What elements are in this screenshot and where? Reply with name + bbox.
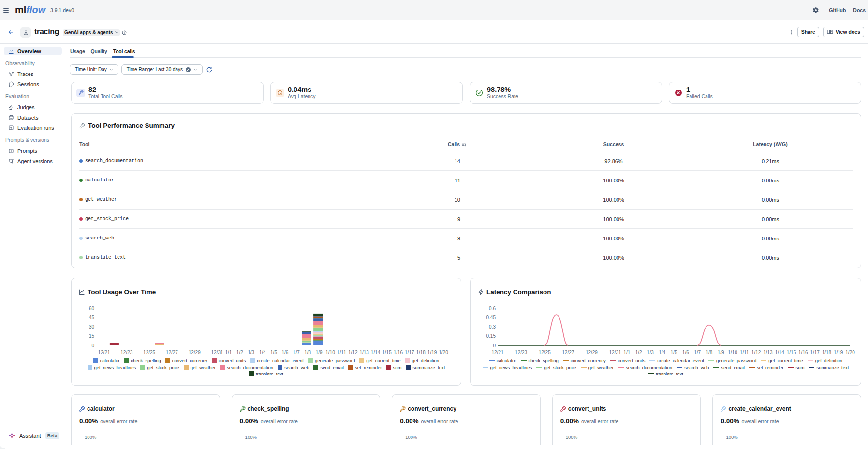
svg-text:1/8: 1/8 [706, 350, 712, 355]
svg-text:12/31: 12/31 [609, 350, 621, 355]
svg-text:1/17: 1/17 [810, 350, 820, 355]
svg-text:1/5: 1/5 [671, 350, 677, 355]
svg-text:1/1: 1/1 [623, 350, 630, 355]
svg-text:1/18: 1/18 [416, 350, 426, 355]
svg-text:1/6: 1/6 [682, 350, 689, 355]
svg-text:12/27: 12/27 [562, 350, 574, 355]
svg-text:12/25: 12/25 [143, 350, 155, 355]
svg-text:1/19: 1/19 [427, 350, 437, 355]
svg-text:1/11: 1/11 [740, 350, 749, 355]
svg-text:1/17: 1/17 [405, 350, 414, 355]
svg-text:15: 15 [89, 333, 95, 339]
svg-text:12/23: 12/23 [515, 350, 527, 355]
svg-text:1/7: 1/7 [694, 350, 701, 355]
svg-text:1/16: 1/16 [394, 350, 403, 355]
svg-text:1/15: 1/15 [382, 350, 392, 355]
svg-text:1/3: 1/3 [248, 350, 254, 355]
svg-text:1/14: 1/14 [371, 350, 381, 355]
svg-text:0.6: 0.6 [489, 306, 496, 311]
svg-text:0: 0 [493, 343, 496, 348]
svg-text:1/1: 1/1 [225, 350, 232, 355]
svg-text:1/20: 1/20 [845, 350, 855, 355]
svg-text:1/5: 1/5 [270, 350, 277, 355]
svg-text:1/19: 1/19 [834, 350, 843, 355]
svg-text:1/11: 1/11 [337, 350, 346, 355]
svg-text:1/12: 1/12 [751, 350, 761, 355]
svg-text:1/9: 1/9 [316, 350, 323, 355]
svg-text:60: 60 [89, 306, 95, 311]
svg-text:1/3: 1/3 [647, 350, 654, 355]
svg-text:1/2: 1/2 [635, 350, 642, 355]
svg-text:1/14: 1/14 [775, 350, 784, 355]
svg-text:1/13: 1/13 [359, 350, 369, 355]
svg-text:12/27: 12/27 [166, 350, 178, 355]
svg-text:12/21: 12/21 [491, 350, 503, 355]
svg-text:12/31: 12/31 [211, 350, 223, 355]
svg-text:12/21: 12/21 [98, 350, 110, 355]
svg-text:1/16: 1/16 [798, 350, 808, 355]
svg-text:12/29: 12/29 [586, 350, 598, 355]
svg-text:12/25: 12/25 [539, 350, 551, 355]
svg-text:1/7: 1/7 [293, 350, 300, 355]
svg-text:1/4: 1/4 [259, 350, 266, 355]
svg-text:1/18: 1/18 [822, 350, 832, 355]
svg-text:0.15: 0.15 [486, 333, 496, 339]
svg-text:1/9: 1/9 [718, 350, 724, 355]
svg-text:1/8: 1/8 [304, 350, 311, 355]
svg-text:30: 30 [89, 324, 95, 329]
svg-text:1/6: 1/6 [281, 350, 288, 355]
svg-text:1/10: 1/10 [325, 350, 335, 355]
svg-text:1/2: 1/2 [236, 350, 243, 355]
svg-text:1/20: 1/20 [439, 350, 448, 355]
svg-text:1/10: 1/10 [728, 350, 737, 355]
svg-text:12/23: 12/23 [120, 350, 132, 355]
svg-text:1/12: 1/12 [348, 350, 358, 355]
svg-text:0.3: 0.3 [489, 324, 496, 329]
svg-text:1/4: 1/4 [659, 350, 665, 355]
svg-text:45: 45 [89, 315, 95, 320]
svg-text:0: 0 [91, 343, 94, 348]
svg-text:1/13: 1/13 [763, 350, 773, 355]
svg-text:0.45: 0.45 [486, 315, 496, 320]
svg-text:1/15: 1/15 [787, 350, 796, 355]
svg-text:12/29: 12/29 [189, 350, 201, 355]
